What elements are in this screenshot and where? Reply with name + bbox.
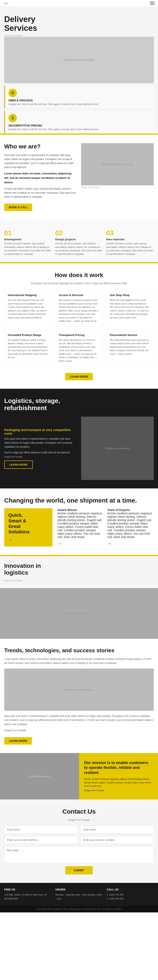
footer-phone1: T: (246) 767-891 [107,893,154,897]
steps-section: 01 Development Ut enim ad minim veniam, … [0,220,158,262]
how-learn-more: LEARN MORE [4,371,154,380]
how-card5-title: Transparent Pricing [59,333,99,337]
logistics-image-area: [Workers in warehouse] [81,417,154,480]
footer-hours-text: Monday - Saturday 9am - 6pm Sunday: 10am… [55,893,103,900]
mission-text-box: Our mission is to enable customers to op… [79,753,158,799]
step2-text: Ut enim ad minim veniam, quis nostrud ex… [55,242,103,256]
how-card4-title: Unrivalled Product Range [8,333,48,337]
how-card6-text: We understand that every purchase is uni… [110,338,150,356]
step-3: 03 New materials Ut enim ad minim veniam… [106,229,154,256]
who-paragraph1: Duis aute irure dolor in reprehenderit i… [4,153,77,170]
submit-button[interactable]: SUBMIT [65,866,93,874]
steps-grid: 01 Development Ut enim ad minim veniam, … [4,229,154,256]
innovation-img-credit: Image from Freepik [4,579,154,582]
step1-title: Development [4,238,52,241]
how-card-onestop: One Stop Shop We're the only platform in… [106,290,154,326]
hero-cards: ⚙ SIMPLE PROCESS Sample text. Click to e… [4,83,154,134]
who-title: Who we are? [4,143,77,150]
logo: logo [3,2,8,5]
who-section: Who we are? Duis aute irure dolor in rep… [0,135,158,220]
how-card3-text: We're the only platform in the world tha… [110,298,150,319]
gear-icon: ⚙ [8,89,17,97]
step2-num: 02 [55,229,103,237]
phone-input[interactable] [80,836,154,844]
who-paragraph2: Ut enim ad minim veniam, quis nostrud ex… [4,187,77,199]
step3-title: New materials [106,238,154,241]
innovation-top: Innovation inlogistics Image from Freepi… [0,556,158,588]
logistics-paragraph1: Duis aute irure dolor in reprehenderit i… [4,437,77,449]
change-col2-title: Team of Experts [107,508,154,512]
hero-img-credit: Image from Freepik [4,34,154,37]
contact-form [4,826,154,863]
how-learn-more-button[interactable]: LEARN MORE [65,373,93,380]
footer-phone2: F: (246) 555-897 [107,897,154,901]
logistics-card-label: Packaging and transport at very competit… [4,428,77,435]
contact-section: Contact Us Image from Freepik SUBMIT [0,799,158,883]
how-card-pricing: Transparent Pricing We value transparenc… [55,330,103,366]
mission-title: Our mission is to enable customers to op… [84,760,153,775]
innovation-title: Innovation inlogistics [4,563,154,576]
change-big-box: Quick,Smart &GreatSolutions → [4,508,52,546]
step1-num: 01 [4,229,52,237]
how-card5-text: We value transparency as much as you do.… [59,338,99,363]
how-cards-grid: International Shipping You can ship prod… [4,290,154,366]
change-cols: Award Winner Arricle condemi seriousn se… [57,508,154,546]
logistics-title: Logistics, storage,refurbishment [4,397,154,412]
logistics-learn-more-button[interactable]: LEARN MORE [4,461,33,469]
first-name-input[interactable] [4,826,78,834]
message-input[interactable] [4,846,154,863]
who-text: Who we are? Duis aute irure dolor in rep… [4,143,77,211]
book-call-button[interactable]: BOOK A CALL [4,204,32,211]
change-grid: Quick,Smart &GreatSolutions → Award Winn… [4,508,154,546]
hero-image: [Warehouse worker image] [4,37,154,83]
card1-title: SIMPLE PROCESS [8,99,150,102]
innovation-section: Innovation inlogistics Image from Freepi… [0,556,158,639]
logistics-text: Packaging and transport at very competit… [4,428,77,469]
footer-call-us: CALL US T: (246) 767-891 F: (246) 555-89… [107,888,154,900]
how-subtitle: Excepteur sint occaecat cupidatat non pr… [4,282,154,285]
footer-find-us: FIND US 123 Main Street, 21 Athens New Y… [4,888,51,900]
step2-title: Design projects [55,238,103,241]
who-image: [Workers in warehouse image] [81,143,154,185]
footer: FIND US 123 Main Street, 21 Athens New Y… [0,883,158,906]
arrow-right-icon: → [8,538,48,542]
change-col1-title: Award Winner [57,508,104,512]
footer-hours-title: HOURS [55,888,103,891]
innovation-image: [Logistics workers image] [0,588,158,639]
contact-title: Contact Us [4,808,154,815]
step-2: 02 Design projects Ut enim ad minim veni… [55,229,103,256]
how-card-international: International Shipping You can ship prod… [4,290,52,326]
how-card4-text: Our platform features millions of toys, … [8,338,48,359]
logistics-section: Logistics, storage,refurbishment Packagi… [0,389,158,488]
hero-card-pricing: $ 2$COMPETITIVE PRICING Sample text. Cli… [4,111,154,134]
menu-icon[interactable] [150,2,155,5]
footer-address: 123 Main Street, 21 Athens New York, NY … [4,893,51,900]
footer-copyright: Copyright 2024 Loaded by Wix. Click agai… [0,906,158,912]
step3-num: 03 [106,229,154,237]
logistics-grid: Packaging and transport at very competit… [4,417,154,480]
how-card2-title: Access & Discover [59,294,99,297]
footer-grid: FIND US 123 Main Street, 21 Athens New Y… [4,888,154,900]
navbar: logo [0,0,158,6]
trends-learn-more-button[interactable]: LEARN MORE [4,737,32,745]
logistics-img-credit: Image from Freepik [4,456,77,458]
who-bold-label: Lorem ipsum dolor sit amet, consectetur … [4,172,77,185]
mission-image: [Warehouse image] [0,753,79,799]
mission-section: [Warehouse image] Our mission is to enab… [0,753,158,799]
copyright-text: Copyright 2024 Loaded by Wix. Click agai… [36,908,122,910]
change-big-label: Quick,Smart &GreatSolutions [8,512,48,535]
change-col1-arrow: → [57,541,104,546]
change-col2-arrow: → [107,541,154,546]
how-section: How does it work Excepteur sint occaecat… [0,263,158,389]
email-input[interactable] [4,836,78,844]
card1-text: Sample text. Click to edit the text box.… [8,103,150,105]
trends-img-credit: Image from Freepik [4,729,154,732]
mission-img-credit: Image from Freepik [84,789,153,792]
how-card3-title: One Stop Shop [110,294,150,297]
last-name-input[interactable] [80,826,154,834]
step1-text: Ut enim ad minim veniam, quis nostrud ex… [4,242,52,256]
trends-section: Trends, technologies, and success storie… [0,639,158,753]
footer-call-title: CALL US [107,888,154,891]
hero-card-simple-process: ⚙ SIMPLE PROCESS Sample text. Click to e… [4,86,154,108]
change-col1: Award Winner Arricle condemi seriousn se… [57,508,104,546]
